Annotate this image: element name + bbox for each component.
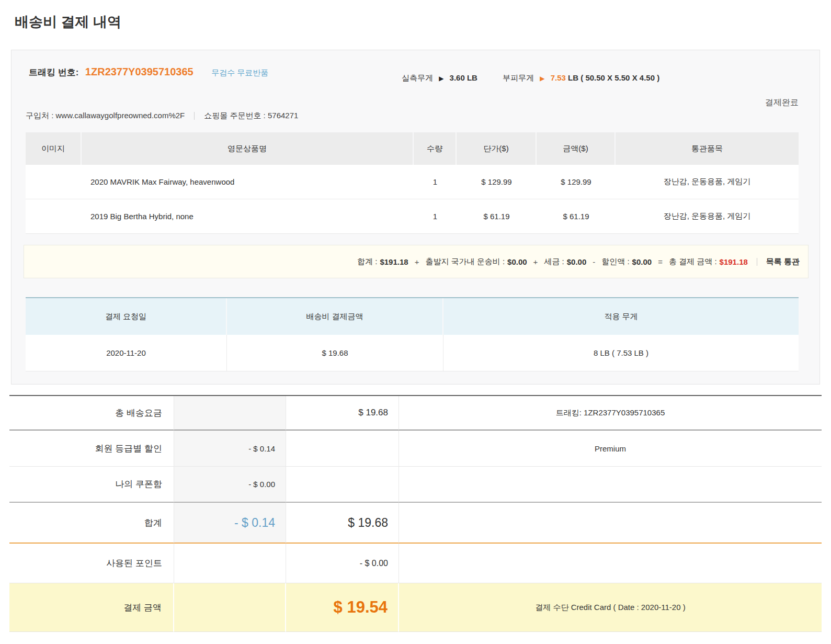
coupon-row: 나의 쿠폰함 - $ 0.00: [9, 467, 822, 503]
discount-total-cell: - $ 0.14: [174, 503, 286, 544]
amount-cell: $ 19.68: [286, 396, 399, 431]
qty-cell: 1: [414, 165, 457, 199]
amount-total-cell: $ 19.68: [286, 503, 399, 544]
note-cell: 트래킹: 1ZR2377Y0395710365: [399, 396, 822, 431]
tracking-line: 트래킹 번호: 1ZR2377Y0395710365 무검수 무료반품: [29, 66, 268, 78]
shipping-amount-cell: $ 19.68: [227, 335, 443, 371]
discount-label: 할인액 :: [601, 257, 629, 267]
product-name: 2020 MAVRIK Max Fairway, heavenwood: [82, 165, 414, 199]
table-row: 2020 MAVRIK Max Fairway, heavenwood 1 $ …: [26, 165, 799, 199]
qty-cell: 1: [414, 199, 457, 234]
product-table: 이미지 영문상품명 수량 단가($) 금액($) 통관품목 2020 MAVRI…: [26, 132, 799, 234]
amount-cell: $ 61.19: [537, 199, 616, 234]
amount-cell: [286, 467, 399, 503]
payment-status-badge: 결제완료: [765, 97, 799, 108]
total-shipping-row: 총 배송요금 $ 19.68 트래킹: 1ZR2377Y0395710365: [9, 396, 822, 431]
purchase-info-line: 구입처 : www.callawaygolfpreowned.com%2F 쇼핑…: [26, 111, 298, 121]
plus-operator: +: [533, 257, 538, 266]
divider: [757, 258, 757, 266]
subtotal-row: 합계 - $ 0.14 $ 19.68: [9, 503, 822, 544]
note-cell: [399, 544, 822, 583]
volume-weight: 부피무게 ▶ 7.53 LB ( 50.50 X 5.50 X 4.50 ): [503, 73, 659, 82]
tracking-label: 트래킹 번호:: [29, 67, 78, 77]
product-table-header: 이미지 영문상품명 수량 단가($) 금액($) 통관품목: [26, 132, 799, 165]
image-cell: [26, 199, 82, 234]
amount-cell: $ 129.99: [537, 165, 616, 199]
domestic-shipping-value: $0.00: [507, 257, 527, 266]
amount-cell: [286, 431, 399, 467]
measured-weight: 실측무게 ▶ 3.60 LB: [402, 73, 480, 82]
shipment-card: 트래킹 번호: 1ZR2377Y0395710365 무검수 무료반품 실측무게…: [11, 50, 820, 385]
weight-info: 실측무게 ▶ 3.60 LB 부피무게 ▶ 7.53 LB ( 50.50 X …: [402, 73, 659, 83]
amount-cell: - $ 0.00: [286, 544, 399, 583]
free-return-link[interactable]: 무검수 무료반품: [211, 68, 268, 77]
header-unit-price: 단가($): [457, 132, 537, 165]
header-image: 이미지: [26, 132, 82, 165]
payment-method-cell: 결제 수단 Credit Card ( Date : 2020-11-20 ): [399, 583, 822, 632]
divider: [194, 112, 195, 120]
applied-weight-cell: 8 LB ( 7.53 LB ): [443, 335, 799, 371]
unit-price-cell: $ 129.99: [457, 165, 537, 199]
mall-order-number: 쇼핑몰 주문번호 : 5764271: [204, 111, 298, 121]
volume-weight-label: 부피무게: [503, 73, 534, 82]
measured-weight-label: 실측무게: [402, 73, 433, 82]
volume-weight-value: 7.53: [551, 73, 566, 82]
discount-cell: [174, 583, 286, 632]
row-label: 합계: [9, 503, 174, 544]
payment-request-header: 결제 요청일 배송비 결제금액 적용 무게: [26, 298, 799, 335]
row-label: 사용된 포인트: [9, 544, 174, 583]
discount-cell: - $ 0.14: [174, 431, 286, 467]
discount-value: $0.00: [632, 257, 652, 266]
order-summary-bar: 합계 : $191.18 + 출발지 국가내 운송비 : $0.00 + 세금 …: [24, 245, 809, 278]
image-cell: [26, 165, 82, 199]
payment-summary-table: 총 배송요금 $ 19.68 트래킹: 1ZR2377Y0395710365 회…: [9, 395, 822, 632]
grand-total-label: 총 결제 금액 :: [669, 257, 717, 267]
request-date-cell: 2020-11-20: [26, 335, 227, 371]
header-qty: 수량: [414, 132, 457, 165]
final-amount-cell: $ 19.54: [286, 583, 399, 632]
discount-cell: [174, 396, 286, 431]
customs-cell: 장난감, 운동용품, 게임기: [616, 165, 799, 199]
row-label: 나의 쿠폰함: [9, 467, 174, 503]
used-points-row: 사용된 포인트 - $ 0.00: [9, 544, 822, 583]
row-label: 결제 금액: [9, 583, 174, 632]
note-cell: Premium: [399, 431, 822, 467]
note-cell: [399, 503, 822, 544]
triangle-icon: ▶: [439, 75, 443, 82]
payment-request-table: 결제 요청일 배송비 결제금액 적용 무게 2020-11-20 $ 19.68…: [26, 297, 799, 371]
triangle-orange-icon: ▶: [540, 75, 544, 82]
row-label: 총 배송요금: [9, 396, 174, 431]
header-shipping-amount: 배송비 결제금액: [227, 298, 443, 335]
tax-label: 세금 :: [544, 257, 564, 267]
discount-cell: [174, 544, 286, 583]
tax-value: $0.00: [567, 257, 587, 266]
unit-price-cell: $ 61.19: [457, 199, 537, 234]
purchase-site: 구입처 : www.callawaygolfpreowned.com%2F: [26, 111, 185, 121]
tracking-number: 1ZR2377Y0395710365: [85, 66, 193, 77]
final-payment-row: 결제 금액 $ 19.54 결제 수단 Credit Card ( Date :…: [9, 583, 822, 632]
customs-cell: 장난감, 운동용품, 게임기: [616, 199, 799, 234]
subtotal-value: $191.18: [380, 257, 408, 266]
header-name: 영문상품명: [82, 132, 414, 165]
plus-operator: +: [415, 257, 419, 266]
measured-weight-value: 3.60 LB: [450, 73, 477, 82]
header-request-date: 결제 요청일: [26, 298, 227, 335]
product-name: 2019 Big Bertha Hybrid, none: [82, 199, 414, 234]
domestic-shipping-label: 출발지 국가내 운송비 :: [425, 257, 505, 267]
discount-cell: - $ 0.00: [174, 467, 286, 503]
header-applied-weight: 적용 무게: [443, 298, 799, 335]
table-row: 2019 Big Bertha Hybrid, none 1 $ 61.19 $…: [26, 199, 799, 234]
member-discount-row: 회원 등급별 할인 - $ 0.14 Premium: [9, 431, 822, 467]
page-title: 배송비 결제 내역: [15, 13, 121, 31]
customs-clearance-badge: 목록 통관: [766, 257, 800, 267]
subtotal-label: 합계 :: [357, 257, 377, 267]
header-customs: 통관품목: [616, 132, 799, 165]
note-cell: [399, 467, 822, 503]
table-row: 2020-11-20 $ 19.68 8 LB ( 7.53 LB ): [26, 335, 799, 371]
grand-total-value: $191.18: [720, 257, 748, 266]
header-amount: 금액($): [537, 132, 616, 165]
volume-weight-dimensions: LB ( 50.50 X 5.50 X 4.50 ): [568, 73, 659, 82]
minus-operator: -: [593, 257, 595, 266]
row-label: 회원 등급별 할인: [9, 431, 174, 467]
equals-operator: =: [658, 257, 663, 266]
